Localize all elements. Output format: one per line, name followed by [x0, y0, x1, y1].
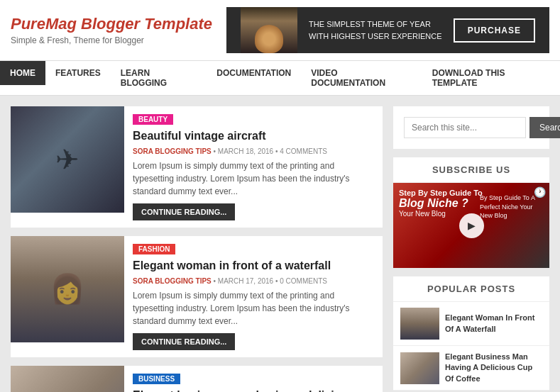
- article-title: Beautiful vintage aircraft: [133, 129, 374, 144]
- article-excerpt: Lorem Ipsum is simply dummy text of the …: [133, 289, 374, 327]
- site-title: PureMag Blogger Template: [11, 15, 212, 33]
- banner-text2: WITH HIGHEST USER EXPERIENCE: [309, 30, 441, 43]
- search-input[interactable]: [404, 117, 526, 138]
- video-overlay: ▶: [393, 183, 549, 268]
- article-excerpt: Lorem Ipsum is simply dummy text of the …: [133, 159, 374, 198]
- popular-post-title: Elegant Woman In Front Of A Waterfall: [445, 313, 542, 335]
- article-title: Elegant woman in front of a waterfall: [133, 259, 374, 274]
- subscribe-video[interactable]: Step By Step Guide To Blog Niche ? Your …: [393, 183, 549, 268]
- article-card-1: 👩 FASHION Elegant woman in front of a wa…: [11, 236, 383, 357]
- popular-post-item-0: Elegant Woman In Front Of A Waterfall: [393, 302, 549, 346]
- main-content: ✈ BEAUTY Beautiful vintage aircraft SORA…: [11, 106, 383, 392]
- category-badge[interactable]: BEAUTY: [133, 114, 173, 125]
- page-container: ✈ BEAUTY Beautiful vintage aircraft SORA…: [0, 96, 560, 392]
- article-inner: 👩 FASHION Elegant woman in front of a wa…: [11, 236, 383, 357]
- article-title-link[interactable]: Beautiful vintage aircraft: [133, 130, 266, 142]
- thumb-icon: 👩: [50, 272, 85, 306]
- play-button[interactable]: ▶: [459, 213, 484, 238]
- popular-post-link[interactable]: Elegant Business Man Having A Delicious …: [445, 352, 532, 383]
- popular-posts-list: Elegant Woman In Front Of A Waterfall El…: [393, 302, 549, 391]
- popular-post-title: Elegant Business Man Having A Delicious …: [445, 352, 542, 384]
- popular-posts-section: POPULAR POSTS Elegant Woman In Front Of …: [393, 276, 549, 391]
- article-card-2: 👔 BUSINESS Elegant business man having a…: [11, 366, 383, 392]
- nav-item-learn-blogging[interactable]: LEARN BLOGGING: [111, 61, 207, 95]
- popular-thumb: [400, 352, 439, 384]
- search-button[interactable]: Search: [529, 117, 560, 138]
- banner-text-area: THE SIMPLEST THEME OF YEAR WITH HIGHEST …: [309, 18, 441, 42]
- popular-posts-title: POPULAR POSTS: [393, 276, 549, 302]
- lamp-shape: [255, 25, 283, 53]
- nav-item-features[interactable]: FEATURES: [45, 61, 111, 85]
- article-content: BEAUTY Beautiful vintage aircraft SORA B…: [124, 106, 383, 228]
- article-inner: 👔 BUSINESS Elegant business man having a…: [11, 366, 383, 392]
- article-thumbnail: 👩: [11, 236, 124, 342]
- article-title-link[interactable]: Elegant business man having a delicious …: [133, 389, 354, 392]
- article-meta: SORA BLOGGING TIPS • MARCH 17, 2016 • 0 …: [133, 277, 374, 285]
- article-thumbnail: 👔: [11, 366, 124, 392]
- purchase-button[interactable]: PURCHASE: [454, 18, 535, 43]
- header-banner: THE SIMPLEST THEME OF YEAR WITH HIGHEST …: [226, 7, 549, 53]
- header: PureMag Blogger Template Simple & Fresh,…: [0, 0, 560, 60]
- main-nav: HOMEFEATURESLEARN BLOGGINGDOCUMENTATIONV…: [0, 60, 560, 96]
- site-branding: PureMag Blogger Template Simple & Fresh,…: [11, 15, 212, 45]
- thumb-icon: ✈: [55, 143, 79, 176]
- site-tagline: Simple & Fresh, Theme for Blogger: [11, 35, 212, 45]
- lamp-image: [241, 7, 297, 53]
- banner-text1: THE SIMPLEST THEME OF YEAR: [309, 18, 441, 30]
- article-inner: ✈ BEAUTY Beautiful vintage aircraft SORA…: [11, 106, 383, 228]
- nav-item-home[interactable]: HOME: [0, 61, 45, 85]
- subscribe-section: SUBSCRIBE US Step By Step Guide To Blog …: [393, 157, 549, 268]
- search-form: Search: [404, 117, 539, 138]
- article-meta: SORA BLOGGING TIPS • MARCH 18, 2016 • 4 …: [133, 147, 374, 155]
- nav-item-download-this-template[interactable]: DOWNLOAD THIS TEMPLATE: [422, 61, 560, 95]
- nav-item-documentation[interactable]: DOCUMENTATION: [207, 61, 301, 85]
- continue-reading-button[interactable]: CONTINUE READING...: [133, 203, 235, 220]
- subscribe-title: SUBSCRIBE US: [393, 157, 549, 183]
- continue-reading-button[interactable]: CONTINUE READING...: [133, 333, 235, 350]
- article-title-link[interactable]: Elegant woman in front of a waterfall: [133, 259, 331, 271]
- search-box: Search: [393, 106, 549, 149]
- article-thumbnail: ✈: [11, 106, 124, 213]
- nav-item-video-documentation[interactable]: VIDEO DOCUMENTATION: [301, 61, 422, 95]
- meta-author: SORA BLOGGING TIPS: [133, 147, 212, 155]
- category-badge[interactable]: FASHION: [133, 244, 175, 254]
- article-title: Elegant business man having a delicious …: [133, 388, 374, 392]
- popular-thumb: [400, 308, 439, 340]
- popular-post-link[interactable]: Elegant Woman In Front Of A Waterfall: [445, 313, 534, 332]
- article-content: BUSINESS Elegant business man having a d…: [124, 366, 383, 392]
- article-card-0: ✈ BEAUTY Beautiful vintage aircraft SORA…: [11, 106, 383, 228]
- article-content: FASHION Elegant woman in front of a wate…: [124, 236, 383, 357]
- sidebar: Search SUBSCRIBE US Step By Step Guide T…: [393, 106, 549, 392]
- category-badge[interactable]: BUSINESS: [133, 374, 180, 384]
- meta-author: SORA BLOGGING TIPS: [133, 277, 212, 285]
- popular-post-item-1: Elegant Business Man Having A Delicious …: [393, 346, 549, 391]
